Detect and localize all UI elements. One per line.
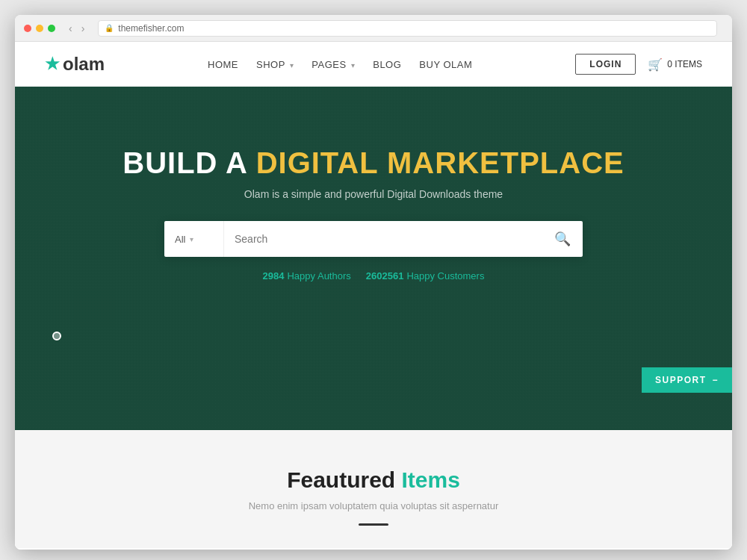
nav-link-home[interactable]: HOME (208, 59, 238, 70)
nav-link-buy-olam[interactable]: BUY OLAM (419, 59, 472, 70)
slider-dot[interactable] (52, 332, 61, 340)
nav-item-pages[interactable]: PAGES ▾ (311, 57, 355, 71)
section-title: Feautured Items (287, 467, 460, 493)
section-divider (359, 523, 388, 526)
nav-right: LOGIN 🛒 0 ITEMS (575, 54, 702, 75)
section-title-bold: Feautured (287, 467, 395, 492)
nav-item-shop[interactable]: SHOP ▾ (256, 57, 294, 71)
browser-bar: ‹ › 🔒 themefisher.com (15, 15, 732, 42)
search-input[interactable] (224, 233, 542, 245)
pages-dropdown-icon: ▾ (351, 61, 356, 69)
headline-highlight: DIGITAL MARKETPLACE (256, 146, 624, 179)
headline-part1: BUILD A (123, 146, 255, 179)
hero-section: BUILD A DIGITAL MARKETPLACE Olam is a si… (15, 87, 732, 430)
site-content: ★ olam HOME SHOP ▾ PAGES ▾ (15, 42, 732, 550)
browser-minimize-dot[interactable] (36, 25, 43, 32)
stat-customers-number: 2602561 (366, 270, 404, 281)
featured-section: Feautured Items Nemo enim ipsam voluptat… (15, 430, 732, 548)
search-submit-button[interactable]: 🔍 (542, 221, 583, 257)
site-logo[interactable]: ★ olam (45, 54, 105, 75)
browser-maximize-dot[interactable] (48, 25, 55, 32)
nav-item-home[interactable]: HOME (208, 57, 238, 71)
login-button[interactable]: LOGIN (575, 54, 636, 75)
stat-authors-number: 2984 (263, 270, 285, 281)
shop-dropdown-icon: ▾ (290, 61, 294, 69)
hero-headline: BUILD A DIGITAL MARKETPLACE (123, 146, 624, 179)
nav-link-shop[interactable]: SHOP ▾ (256, 59, 294, 70)
back-button[interactable]: ‹ (66, 22, 75, 34)
browser-nav: ‹ › (66, 22, 87, 34)
support-label: SUPPORT (655, 375, 707, 385)
search-icon: 🔍 (554, 231, 571, 247)
stat-authors-label: Happy Authors (287, 270, 350, 281)
support-minus-icon: − (712, 375, 719, 385)
nav-item-buy-olam[interactable]: BUY OLAM (419, 57, 472, 71)
url-bar[interactable]: 🔒 themefisher.com (98, 20, 717, 37)
stat-authors: 2984 Happy Authors (263, 270, 351, 281)
nav-item-blog[interactable]: BLOG (373, 57, 401, 71)
browser-close-dot[interactable] (24, 25, 31, 32)
filter-label: All (175, 234, 185, 245)
cart-count: 0 ITEMS (667, 59, 702, 69)
section-subtitle: Nemo enim ipsam voluptatem quia voluptas… (249, 500, 499, 511)
nav-links: HOME SHOP ▾ PAGES ▾ BLOG (208, 57, 472, 71)
nav-link-blog[interactable]: BLOG (373, 59, 401, 70)
url-text: themefisher.com (118, 23, 184, 34)
main-nav: ★ olam HOME SHOP ▾ PAGES ▾ (15, 42, 732, 87)
section-title-teal-text: Items (402, 467, 460, 492)
search-bar: All ▾ 🔍 (164, 221, 583, 257)
stat-customers: 2602561 Happy Customers (366, 270, 485, 281)
filter-chevron-icon: ▾ (190, 235, 193, 243)
url-secure-icon: 🔒 (105, 24, 114, 32)
support-button[interactable]: SUPPORT − (642, 367, 732, 393)
cart-icon: 🛒 (648, 57, 663, 72)
stat-customers-label: Happy Customers (406, 270, 484, 281)
forward-button[interactable]: › (78, 22, 88, 34)
nav-link-pages[interactable]: PAGES ▾ (311, 59, 355, 70)
cart-area[interactable]: 🛒 0 ITEMS (648, 57, 702, 72)
hero-stats: 2984 Happy Authors 2602561 Happy Custome… (263, 270, 485, 281)
search-filter-dropdown[interactable]: All ▾ (164, 221, 224, 257)
browser-window: ‹ › 🔒 themefisher.com ★ olam HOME SHOP (15, 15, 732, 550)
logo-text: olam (63, 54, 105, 75)
logo-star: ★ (45, 55, 60, 74)
hero-subtitle: Olam is a simple and powerful Digital Do… (244, 188, 503, 200)
